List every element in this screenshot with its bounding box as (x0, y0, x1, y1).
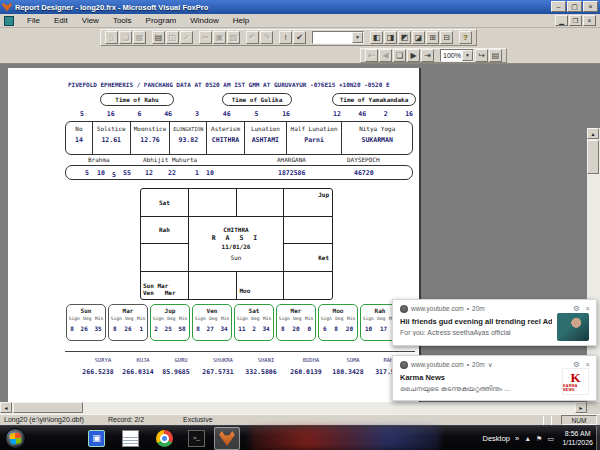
toolbar-combobox[interactable]: ▼ (312, 31, 364, 44)
tray-expand-icon[interactable]: ▲ (524, 435, 531, 442)
mdi-minimize-button[interactable]: ▁ (555, 15, 568, 26)
combobox-dropdown-icon[interactable]: ▼ (352, 32, 363, 43)
menu-item[interactable]: Help (226, 16, 256, 25)
language-flag-icon[interactable]: ⚑ (536, 435, 542, 443)
command-prompt-icon[interactable]: >_ (188, 430, 205, 447)
database-button[interactable]: ◩ (398, 31, 411, 44)
spelling-button[interactable]: ✓ (180, 31, 193, 44)
vertical-scroll-thumb[interactable] (587, 140, 599, 174)
horizontal-scroll-thumb[interactable] (13, 402, 83, 413)
toast-close-icon[interactable]: × (586, 304, 590, 313)
menu-item[interactable]: Edit (47, 16, 75, 25)
mdi-restore-button[interactable]: ❐ (569, 15, 582, 26)
report-window-icon[interactable] (4, 16, 14, 26)
toast-time: 20m (472, 305, 485, 312)
zoom-dropdown-icon[interactable]: ▼ (462, 50, 473, 61)
desktop-toolbar-label[interactable]: Desktop (482, 434, 510, 443)
form-designer-button[interactable]: ⊞ (426, 31, 439, 44)
print-preview-print-button[interactable]: ▤ (489, 49, 502, 62)
horizontal-scrollbar[interactable]: ◄ ► (0, 402, 587, 414)
cut-button[interactable]: ✂ (199, 31, 212, 44)
table-column: Lunation ASHTAMI (245, 122, 287, 154)
first-page-button[interactable]: ⇤ (365, 49, 378, 62)
redo-arrow-icon: ↷ (263, 33, 270, 42)
validate-button[interactable]: ✔ (293, 31, 306, 44)
notepad-icon[interactable] (122, 430, 139, 447)
menu-item[interactable]: Window (183, 16, 225, 25)
toast-title[interactable]: Hii friends gud evening all trending ree… (400, 317, 552, 326)
maximize-button[interactable]: ▢ (567, 1, 582, 12)
help-button[interactable]: ? (459, 31, 472, 44)
toast-chevron-down-icon[interactable]: ∨ (488, 361, 493, 369)
taskbar: ▣ >_ Desktop » ▲ ⚑ ▭ 8:56 AM 1/11/2026 (0, 425, 600, 450)
undo-button[interactable]: ↶ (246, 31, 259, 44)
taskbar-clock[interactable]: 8:56 AM 1/11/2026 (562, 429, 593, 447)
new-file-icon: ▯ (109, 33, 113, 42)
column-value: Parni (304, 136, 324, 144)
data-session-button[interactable]: ◨ (384, 31, 397, 44)
chart-cell-capricorn (141, 244, 189, 272)
windows-logo-icon (9, 432, 21, 444)
print-button[interactable]: ▤ (152, 31, 165, 44)
prev-page-button[interactable]: ◀ (379, 49, 392, 62)
chrome-icon[interactable] (156, 430, 173, 447)
notification-toast-youtube-1[interactable]: www.youtube.com • 20m ⚙ × Hii friends gu… (392, 299, 597, 346)
next-page-button[interactable]: ▶ (407, 49, 420, 62)
toast-settings-gear-icon[interactable]: ⚙ (573, 304, 580, 313)
report-designer-button[interactable]: ⊟ (440, 31, 453, 44)
table-button[interactable]: ◪ (412, 31, 425, 44)
notification-toast-youtube-2[interactable]: www.youtube.com • 20m ∨ ⚙ × Karma News ച… (392, 355, 597, 401)
report-title: FIVEFOLD EPHEMERIS / PANCHANG DATA AT 05… (68, 81, 390, 88)
copy-button[interactable]: ▣ (213, 31, 226, 44)
minimize-button[interactable]: – (551, 1, 566, 12)
network-icon[interactable]: ▭ (547, 435, 554, 443)
scroll-right-icon[interactable]: ► (575, 402, 587, 413)
open-folder-icon: ❏ (122, 33, 129, 42)
window-icon: ◧ (373, 33, 381, 42)
standard-toolbar-row: ▯❏▦ ▤◫✓ ✂▣▨ ↶↷ !✔ ▼ ◧◨◩◪⊞⊟ ? (0, 28, 600, 47)
rasi-chart: Sat Jup Rah CHITHRA R A S I 11/01/26 Sun… (140, 188, 333, 300)
column-value: 12.76 (140, 136, 160, 144)
scroll-up-icon[interactable]: ▲ (587, 128, 599, 139)
show-desktop-button[interactable] (596, 426, 600, 450)
menu-item[interactable]: View (75, 16, 106, 25)
run-button[interactable]: ! (279, 31, 292, 44)
new-button[interactable]: ▯ (105, 31, 118, 44)
mdi-close-button[interactable]: × (583, 15, 596, 26)
desktop-toolbar-chevrons[interactable]: » (515, 434, 519, 443)
longitude-column: GURU 85.9685 (154, 357, 198, 376)
planet-box: Sat Sign Deg Min 11 2 34 (234, 304, 274, 341)
toast-body: ചൈനയുടെ കടന്നുകയറ്റത്തിനും ... (400, 385, 552, 393)
foxpro-taskbar-button[interactable] (214, 427, 240, 450)
taskbar-app-icon[interactable]: ▣ (88, 430, 105, 447)
close-preview-button[interactable]: ↪ (475, 49, 488, 62)
menu-item[interactable]: Program (139, 16, 184, 25)
ahargana-value: 1872586 (278, 169, 305, 177)
toast-title[interactable]: Karma News (400, 373, 552, 382)
paste-button[interactable]: ▨ (227, 31, 240, 44)
next-page-icon: ▶ (410, 51, 416, 60)
planet-box: Ven Sign Deg Min 8 27 34 (192, 304, 232, 341)
redo-button[interactable]: ↷ (260, 31, 273, 44)
first-page-icon: ⇤ (368, 51, 375, 60)
print-preview-button[interactable]: ◫ (166, 31, 179, 44)
zoom-select[interactable]: 100%▼ (440, 49, 474, 62)
start-button[interactable] (5, 428, 26, 449)
table-column: Asterism CHITHRA (207, 122, 245, 154)
save-button[interactable]: ▦ (133, 31, 146, 44)
menu-item[interactable]: File (20, 16, 47, 25)
chart-cell-aries (189, 189, 237, 217)
column-value: 14 (75, 136, 83, 144)
system-tray: Desktop » ▲ ⚑ ▭ (482, 426, 554, 450)
open-button[interactable]: ❏ (119, 31, 132, 44)
scroll-left-icon[interactable]: ◄ (0, 402, 12, 413)
toast-site: www.youtube.com (411, 305, 464, 312)
status-open-mode: Exclusive (183, 416, 213, 423)
last-page-button[interactable]: ⇥ (421, 49, 434, 62)
menu-item[interactable]: Tools (106, 16, 139, 25)
gulika-times: 346516 (195, 110, 290, 118)
view-window-button[interactable]: ◧ (370, 31, 383, 44)
center-weekday: Sun (231, 254, 242, 261)
close-button[interactable]: × (583, 1, 598, 12)
goto-page-button[interactable]: ❏ (393, 49, 406, 62)
